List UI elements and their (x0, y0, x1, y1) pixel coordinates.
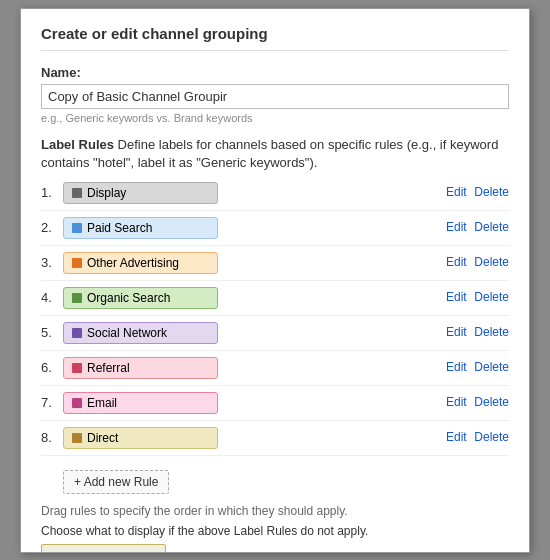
modal-title: Create or edit channel grouping (41, 25, 509, 51)
rule-tag: Direct (63, 427, 218, 449)
rule-tag: Email (63, 392, 218, 414)
rule-row: 6. Referral Edit Delete (41, 357, 509, 386)
rule-tag-icon (72, 188, 82, 198)
rule-actions: Edit Delete (446, 360, 509, 375)
rule-row: 4. Organic Search Edit Delete (41, 287, 509, 316)
edit-rule-link[interactable]: Edit (446, 255, 467, 270)
edit-rule-link[interactable]: Edit (446, 325, 467, 340)
rule-row: 5. Social Network Edit Delete (41, 322, 509, 351)
other-select[interactable]: (Other)DisplayPaid SearchOrganic SearchS… (41, 544, 166, 553)
delete-rule-link[interactable]: Delete (474, 360, 509, 375)
edit-rule-link[interactable]: Edit (446, 220, 467, 235)
drag-hint: Drag rules to specify the order in which… (41, 504, 509, 518)
rule-row: 1. Display Edit Delete (41, 182, 509, 211)
delete-rule-link[interactable]: Delete (474, 325, 509, 340)
modal-overlay: Create or edit channel grouping Name: e.… (0, 0, 550, 560)
rule-tag-label: Referral (87, 361, 130, 375)
delete-rule-link[interactable]: Delete (474, 220, 509, 235)
rule-tag-icon (72, 328, 82, 338)
rule-tag-label: Other Advertising (87, 256, 179, 270)
delete-rule-link[interactable]: Delete (474, 290, 509, 305)
rule-tag: Display (63, 182, 218, 204)
rule-number: 7. (41, 395, 63, 410)
rule-number: 1. (41, 185, 63, 200)
rule-tag-label: Organic Search (87, 291, 170, 305)
other-select-wrap: (Other)DisplayPaid SearchOrganic SearchS… (41, 544, 166, 553)
rule-tag: Other Advertising (63, 252, 218, 274)
rule-number: 2. (41, 220, 63, 235)
name-input[interactable] (41, 84, 509, 109)
rule-actions: Edit Delete (446, 185, 509, 200)
rule-number: 8. (41, 430, 63, 445)
edit-rule-link[interactable]: Edit (446, 395, 467, 410)
rule-number: 3. (41, 255, 63, 270)
rule-tag-label: Social Network (87, 326, 167, 340)
rule-row: 2. Paid Search Edit Delete (41, 217, 509, 246)
edit-rule-link[interactable]: Edit (446, 290, 467, 305)
rules-container: 1. Display Edit Delete 2. Paid Search Ed… (41, 182, 509, 456)
label-rules-bold: Label Rules (41, 137, 114, 152)
rule-tag-icon (72, 433, 82, 443)
choose-hint: Choose what to display if the above Labe… (41, 524, 509, 538)
delete-rule-link[interactable]: Delete (474, 185, 509, 200)
edit-rule-link[interactable]: Edit (446, 360, 467, 375)
delete-rule-link[interactable]: Delete (474, 395, 509, 410)
rule-number: 4. (41, 290, 63, 305)
label-rules-header: Label Rules Define labels for channels b… (41, 136, 509, 172)
rule-actions: Edit Delete (446, 255, 509, 270)
rule-actions: Edit Delete (446, 430, 509, 445)
name-label: Name: (41, 65, 509, 80)
rule-actions: Edit Delete (446, 220, 509, 235)
edit-rule-link[interactable]: Edit (446, 185, 467, 200)
rule-tag-icon (72, 398, 82, 408)
rule-row: 7. Email Edit Delete (41, 392, 509, 421)
rule-tag-icon (72, 223, 82, 233)
rule-number: 5. (41, 325, 63, 340)
rule-tag-label: Direct (87, 431, 118, 445)
rule-tag: Referral (63, 357, 218, 379)
rule-tag-label: Paid Search (87, 221, 152, 235)
rule-tag-icon (72, 293, 82, 303)
rule-actions: Edit Delete (446, 395, 509, 410)
rule-tag-label: Display (87, 186, 126, 200)
rule-tag: Social Network (63, 322, 218, 344)
rule-row: 8. Direct Edit Delete (41, 427, 509, 456)
modal: Create or edit channel grouping Name: e.… (20, 8, 530, 553)
rule-tag-icon (72, 258, 82, 268)
add-rule-button[interactable]: + Add new Rule (63, 470, 169, 494)
edit-rule-link[interactable]: Edit (446, 430, 467, 445)
delete-rule-link[interactable]: Delete (474, 255, 509, 270)
rule-tag-label: Email (87, 396, 117, 410)
delete-rule-link[interactable]: Delete (474, 430, 509, 445)
rule-row: 3. Other Advertising Edit Delete (41, 252, 509, 281)
name-hint: e.g., Generic keywords vs. Brand keyword… (41, 112, 509, 124)
rule-tag-icon (72, 363, 82, 373)
rule-actions: Edit Delete (446, 325, 509, 340)
rule-tag: Organic Search (63, 287, 218, 309)
rule-number: 6. (41, 360, 63, 375)
rule-actions: Edit Delete (446, 290, 509, 305)
rule-tag: Paid Search (63, 217, 218, 239)
